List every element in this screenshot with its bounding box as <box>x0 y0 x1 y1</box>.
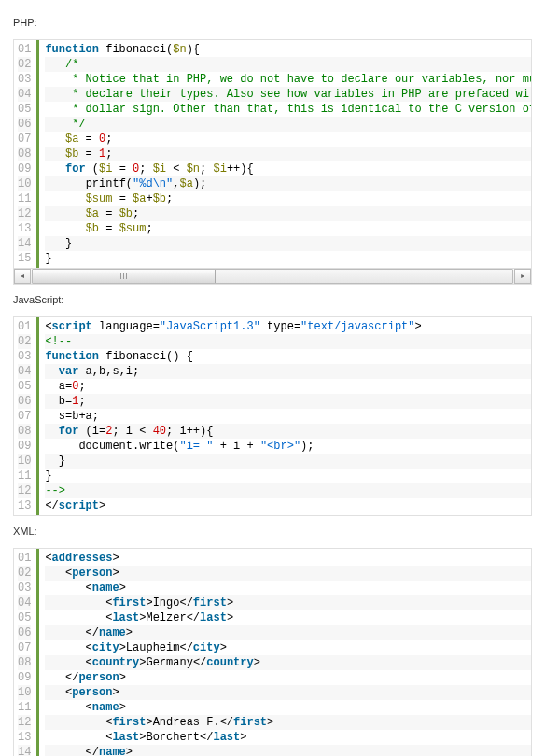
token-op: < <box>45 596 112 609</box>
code-line: for ($i = 0; $i < $n; $i++){ <box>45 161 531 176</box>
token-op <box>45 222 85 235</box>
line-number-gutter: 010203040506070809101112131415 <box>14 40 36 268</box>
token-op: > <box>119 671 126 684</box>
token-op: b= <box>45 395 72 408</box>
horizontal-scrollbar[interactable]: ◄► <box>14 268 531 284</box>
token-tag: addresses <box>52 552 113 565</box>
token-op: ; i++){ <box>166 425 213 438</box>
line-number: 14 <box>18 745 31 756</box>
code-line: <addresses> <box>45 551 531 566</box>
token-var: $i <box>153 162 166 175</box>
token-tag: first <box>112 716 146 729</box>
token-op: </ <box>193 656 206 669</box>
code-line: } <box>45 454 531 469</box>
code-line: * Notice that in PHP, we do not have to … <box>45 72 531 87</box>
token-txt: Laupheim <box>126 641 180 654</box>
token-op: () { <box>166 350 193 363</box>
token-op: > <box>112 567 119 580</box>
token-tag: person <box>72 686 112 699</box>
code-line: function fibonacci() { <box>45 349 531 364</box>
token-op: language= <box>92 320 160 333</box>
token-op <box>45 147 65 161</box>
line-number: 09 <box>18 161 31 176</box>
code-line: <first>Andreas F.</first> <box>45 715 531 730</box>
token-op: < <box>45 686 72 699</box>
token-op: = <box>112 192 133 205</box>
token-op: </ <box>45 671 78 684</box>
token-fn: fibonacci <box>105 350 166 363</box>
token-op: = <box>78 133 99 146</box>
code-line: */ <box>45 117 531 132</box>
token-op <box>45 162 65 175</box>
code-line: s=b+a; <box>45 409 531 424</box>
code-line: document.write("i= " + i + "<br>"); <box>45 439 531 454</box>
line-number: 05 <box>18 379 31 394</box>
code-line: <script language="JavaScript1.3" type="t… <box>45 319 531 334</box>
token-kw: var <box>59 365 79 378</box>
line-number: 09 <box>18 670 31 685</box>
token-var: $b <box>153 192 166 205</box>
token-op: </ <box>200 731 213 744</box>
token-op: + i + <box>213 440 259 453</box>
token-op: > <box>267 716 273 729</box>
code-line: <city>Laupheim</city> <box>45 640 531 655</box>
token-var: $n <box>187 162 200 175</box>
token-tag: last <box>200 611 227 624</box>
token-var: $a <box>133 192 146 205</box>
token-op: </ <box>45 626 99 639</box>
code-line: </name> <box>45 625 531 640</box>
scroll-left-button[interactable]: ◄ <box>14 269 31 284</box>
token-op: > <box>220 641 227 654</box>
code-line: * declare their types. Also see how vari… <box>45 87 531 102</box>
token-op: } <box>65 237 72 250</box>
token-op: > <box>119 641 126 654</box>
token-op: </ <box>179 641 192 654</box>
line-number: 09 <box>18 439 31 454</box>
code-line: * dollar sign. Other than that, this is … <box>45 102 531 117</box>
token-op: < <box>45 641 91 654</box>
line-number: 14 <box>18 236 31 251</box>
token-op: > <box>146 716 152 729</box>
token-tag: city <box>193 641 220 654</box>
token-op: < <box>45 552 51 565</box>
token-op: > <box>119 581 126 595</box>
line-number: 02 <box>18 57 31 72</box>
code-line: $b = $sum; <box>45 221 531 236</box>
line-number: 05 <box>18 102 31 117</box>
line-number: 10 <box>18 454 31 469</box>
token-op: ; i < <box>112 425 152 438</box>
token-var: $b <box>65 147 78 161</box>
token-tag: city <box>92 641 119 654</box>
token-op <box>45 73 72 86</box>
token-op: > <box>146 596 152 609</box>
token-txt: Germany <box>146 656 192 669</box>
token-op: < <box>45 567 72 580</box>
line-number: 11 <box>18 700 31 715</box>
scroll-thumb[interactable] <box>33 270 216 283</box>
token-tag: last <box>112 611 139 624</box>
code-line: --> <box>45 483 531 498</box>
line-number: 08 <box>18 655 31 670</box>
token-op: ( <box>126 177 133 190</box>
token-op: < <box>166 162 187 175</box>
token-tag: country <box>206 656 253 669</box>
token-op: = <box>112 162 133 175</box>
token-tag: person <box>78 671 119 684</box>
line-number: 10 <box>18 685 31 700</box>
line-number: 07 <box>18 640 31 655</box>
code-line: <person> <box>45 566 531 581</box>
token-op: ; <box>146 222 152 235</box>
code-content: <addresses> <person> <name> <first>Ingo<… <box>36 549 531 756</box>
code-line: <person> <box>45 685 531 700</box>
token-op: < <box>45 320 51 333</box>
line-number: 11 <box>18 469 31 483</box>
token-tag: first <box>112 596 146 609</box>
scroll-right-button[interactable]: ► <box>514 269 531 284</box>
token-tag: script <box>59 499 99 512</box>
scroll-track[interactable] <box>32 269 513 284</box>
token-tag: country <box>92 656 139 669</box>
token-op <box>45 177 85 190</box>
token-op: > <box>254 656 260 669</box>
token-op: ; <box>105 147 112 161</box>
line-number: 04 <box>18 364 31 379</box>
